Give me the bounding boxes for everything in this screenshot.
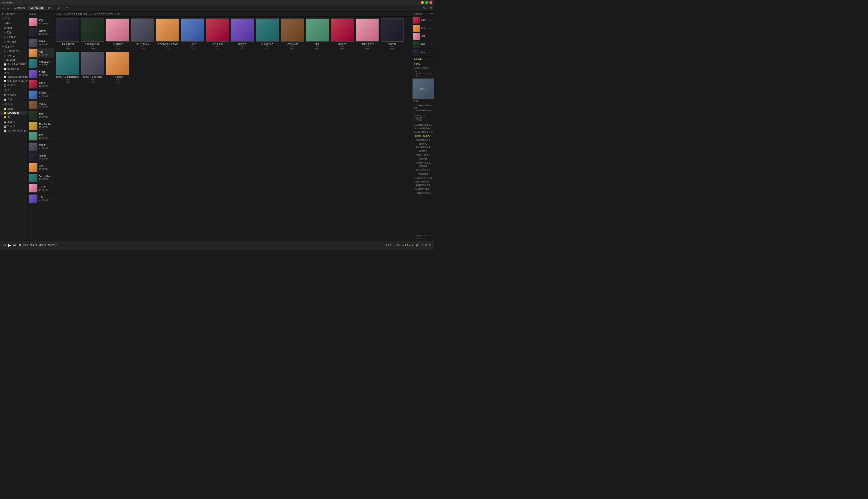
- album-card-16[interactable]: 周圆精选 3 寂寞城市 周圆 2002: [81, 52, 104, 83]
- sidebar-item-smart-dj[interactable]: 🎵 智能 DJ: [0, 53, 27, 58]
- track-item-1[interactable]: 闪耀... 4:3...: [412, 16, 434, 24]
- artist-item-gu[interactable]: 谷祈玨 15 张专辑: [28, 162, 54, 173]
- sidebar-item-playing[interactable]: ▶ 正在播放: [0, 35, 27, 39]
- player-progress-bar[interactable]: [59, 245, 384, 245]
- shuffle-btn[interactable]: ⇄: [421, 243, 423, 247]
- play-btn[interactable]: ▶: [8, 243, 11, 248]
- alpha-C[interactable]: C: [70, 13, 71, 15]
- album-card-5[interactable]: 萧儿地版(绝对珍藏版) 周圆 2023: [156, 19, 179, 50]
- prev-btn[interactable]: ⏮: [3, 243, 6, 247]
- back-btn[interactable]: ←: [2, 7, 5, 10]
- alpha-O[interactable]: O: [94, 13, 96, 15]
- artist-item-tian-dan[interactable]: 天诞 14 张专辑: [28, 194, 54, 204]
- artist-item-dengzi[interactable]: 邓紫 17 张专辑: [28, 17, 54, 27]
- artist-item-nicholas[interactable]: Nicholas Gunn 16 张专辑: [28, 59, 54, 69]
- alpha-E[interactable]: E: [74, 13, 75, 15]
- alpha-P[interactable]: P: [96, 13, 98, 15]
- alpha-T[interactable]: T: [105, 13, 107, 15]
- add-tab-btn[interactable]: +: [66, 6, 68, 10]
- artist-item-beatles[interactable]: The Beatles 15 张专辑: [28, 121, 54, 131]
- minimize-btn[interactable]: [421, 1, 424, 4]
- artist-item-zhang[interactable]: 张泉生 17 张专辑: [28, 38, 54, 48]
- alpha-X[interactable]: X: [114, 13, 115, 15]
- tab-music[interactable]: 音乐: [46, 6, 55, 10]
- alpha-H[interactable]: H: [81, 13, 82, 15]
- alpha-V[interactable]: V: [109, 13, 111, 15]
- alpha-D[interactable]: D: [72, 13, 73, 15]
- sidebar-item-e-drive[interactable]: 💿 2023 Disc1 16T (E:): [0, 129, 27, 133]
- forward-btn[interactable]: →: [6, 7, 9, 10]
- alpha-R[interactable]: R: [101, 13, 103, 15]
- alpha-S[interactable]: S: [103, 13, 105, 15]
- alpha-U[interactable]: U: [107, 13, 109, 15]
- artist-item-zhou[interactable]: 周圆 17 张专辑: [28, 48, 54, 59]
- artist-item-pushu[interactable]: 朴树 16 张专辑: [28, 110, 54, 121]
- alpha-B[interactable]: B: [68, 13, 69, 15]
- settings-label[interactable]: 定位: [423, 7, 428, 10]
- track-item-4[interactable]: 联耀仔... 4:4...: [412, 40, 434, 49]
- sidebar-item-albums-service[interactable]: 💿 专辑: [0, 97, 27, 102]
- artist-item-sundu[interactable]: 孙杜 15 张专辑: [28, 131, 54, 142]
- sidebar-section-music[interactable]: ▼ 音乐: [0, 16, 27, 21]
- player-rating[interactable]: ★★★★★: [402, 243, 413, 246]
- album-card-1[interactable]: 被遗忘的时光 周圆 2022: [56, 19, 79, 50]
- sidebar-item-find-track[interactable]: 🔍 查找曲目: [0, 93, 27, 97]
- sidebar-item-top25[interactable]: 📋 播放最多的25首曲目: [0, 62, 27, 66]
- album-card-11[interactable]: 绽放 周圆 2007: [306, 19, 329, 50]
- track-item-5[interactable]: 让生命... 4:1...: [412, 49, 434, 57]
- album-card-8[interactable]: 探索爱情 周圆 2019: [231, 19, 254, 50]
- next-btn[interactable]: ⏭: [13, 243, 16, 247]
- album-card-9[interactable]: 我看见的世界 周圆 2013: [256, 19, 279, 50]
- sidebar-item-dj[interactable]: 🎤 DJ: [0, 71, 27, 75]
- tab-music2[interactable]: 音...: [56, 6, 65, 10]
- track-item-2[interactable]: 明天仍... 4:3...: [412, 24, 434, 32]
- album-card-10[interactable]: 我能你想爱 周圆 2001: [281, 19, 304, 50]
- sidebar-item-history[interactable]: ⏱ 历史: [0, 30, 27, 35]
- album-card-12[interactable]: 这么多年 周圆 2023: [331, 19, 354, 50]
- alpha-J[interactable]: J: [84, 13, 85, 15]
- sidebar-item-downloads[interactable]: 📁 Downloads: [0, 111, 27, 115]
- sidebar-item-music-folder[interactable]: 📁 Music: [0, 107, 27, 111]
- artist-item-li[interactable]: 李圣杰 16 张专辑: [28, 100, 54, 110]
- alpha-L[interactable]: L: [87, 13, 89, 15]
- track-item-3[interactable]: 卓朗仔... 4:1...: [412, 32, 434, 40]
- sidebar-item-recent[interactable]: 🕐 最近加入的: [0, 66, 27, 71]
- alpha-W[interactable]: W: [111, 13, 113, 15]
- alpha-A[interactable]: A: [65, 13, 67, 15]
- sidebar-item-playlist-flow[interactable]: ▶ 放列表测试流: [0, 49, 27, 53]
- artist-item-hua[interactable]: 华晨宇 16 张专辑: [28, 90, 54, 100]
- artist-item-xin[interactable]: 信乐团 15 张专辑: [28, 152, 54, 162]
- sidebar-section-musicbee[interactable]: ▶ MusicBee: [0, 12, 27, 16]
- equalizer-btn[interactable]: ≋: [429, 243, 431, 247]
- tab-muaddib[interactable]: MUAD'DIB: [28, 6, 45, 10]
- album-card-4[interactable]: 会后悔的决定 周圆 2023: [131, 19, 154, 50]
- sidebar-section-service[interactable]: ▼ 服务: [0, 87, 27, 93]
- sidebar-item-plugin[interactable]: 🎵 音乐插通: [0, 39, 27, 44]
- sidebar-item-c-drive[interactable]: 💻 系统 (C:): [0, 119, 27, 124]
- album-card-7[interactable]: 今青多珍重 周圆 2001: [206, 19, 229, 50]
- stop-btn[interactable]: ⏹: [18, 243, 21, 247]
- artist-item-gao[interactable]: 高胜美 16 张专辑: [28, 79, 54, 90]
- album-card-15[interactable]: 周圆精选 2 好想好好爱你 周圆 2000: [56, 52, 79, 83]
- close-btn[interactable]: [430, 1, 432, 4]
- alpha-N[interactable]: N: [92, 13, 94, 15]
- album-card-14[interactable]: 周圆精选 周圆 1999: [381, 19, 404, 50]
- alpha-Z[interactable]: Z: [118, 13, 120, 15]
- alpha-G[interactable]: G: [78, 13, 80, 15]
- sidebar-item-music[interactable]: ♪ 音乐: [0, 21, 27, 26]
- alpha-I[interactable]: I: [83, 13, 83, 15]
- sidebar-item-muaddib-playlist[interactable]: ♪ Muad'Dib: [0, 58, 27, 62]
- layout-btn[interactable]: ⊞: [430, 7, 432, 10]
- artist-item-wang[interactable]: 王心凌 14 张专辑: [28, 183, 54, 194]
- sidebar-section-computer[interactable]: ▼ 计算机: [0, 102, 27, 107]
- alpha-Y[interactable]: Y: [116, 13, 117, 15]
- album-card-6[interactable]: 豁然律 周圆 2020: [181, 19, 204, 50]
- alpha-hash[interactable]: #: [63, 13, 65, 15]
- album-card-3[interactable]: 飞翔的丝带 周圆 2014: [106, 19, 129, 50]
- alpha-K[interactable]: K: [85, 13, 87, 15]
- sidebar-item-dj-comment[interactable]: 🎧 DJ-帮评: [0, 83, 27, 87]
- sidebar-item-radio[interactable]: 📻 电台: [0, 26, 27, 30]
- volume-icon[interactable]: 🔊: [415, 243, 419, 247]
- album-card-17[interactable]: 自己的房间 周圆 2011: [106, 52, 129, 83]
- repeat-btn[interactable]: ↺: [425, 243, 427, 247]
